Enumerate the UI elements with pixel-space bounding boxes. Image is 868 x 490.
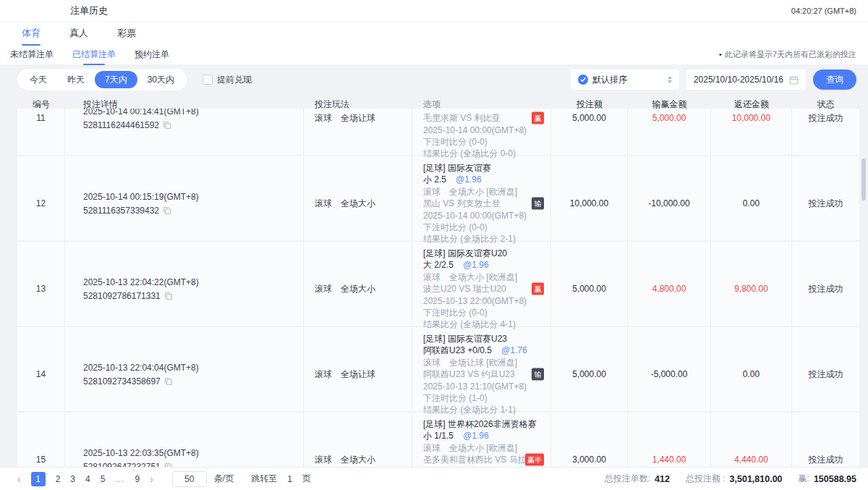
bet-amount: 5,000.00 [551, 327, 628, 422]
bet-time: 2025-10-13 22:03:35(GMT+8) [83, 448, 303, 458]
filter-today[interactable]: 今天 [20, 71, 57, 88]
market: 滚球 全场大小 [欧洲盘] [423, 442, 526, 454]
sub-tabs-row: 未结算注单 已结算注单 预约注单 •此记录将显示7天内所有已派彩的投注 [0, 44, 868, 64]
option-cell: [足球] 国际友谊赛 小 2.5@1.96 滚球 全场大小 [欧洲盘] 黑山 V… [412, 156, 551, 251]
tab-sports[interactable]: 体育 [22, 27, 41, 44]
total-amount-value: 3,501,810.00 [730, 474, 783, 484]
selection: 小 1/1.5 [423, 431, 454, 441]
bet-time: 2025-10-13 22:04:04(GMT+8) [83, 363, 303, 373]
jump-page-value[interactable]: 1 [287, 474, 292, 484]
sort-select[interactable]: 默认排序 [571, 69, 679, 90]
table-row: 13 2025-10-13 22:04:22(GMT+8) 5281092786… [17, 242, 859, 326]
bet-amount: 10,000.00 [551, 156, 628, 251]
page-4[interactable]: 4 [85, 474, 90, 484]
sub-tabs: 未结算注单 已结算注单 预约注单 [0, 48, 169, 61]
top-bar: 注单历史 04:20:27 (GMT+8) [0, 0, 868, 22]
bet-amount: 5,000.00 [551, 242, 628, 337]
market: 滚球 全场让球 [欧洲盘] [423, 357, 526, 368]
next-page-icon[interactable]: › [150, 474, 153, 484]
odds: @1.76 [501, 345, 527, 355]
page-1[interactable]: 1 [31, 472, 46, 486]
selection-line: 阿联酋U23 +0/0.5@1.76 [423, 345, 526, 356]
page-2[interactable]: 2 [56, 474, 61, 484]
tab-lottery[interactable]: 彩票 [117, 27, 136, 44]
match-time: 2025-10-14 00:00(GMT+8) [423, 124, 526, 136]
row-id: 15 [17, 413, 65, 473]
bet-time: 2025-10-13 22:04:22(GMT+8) [83, 277, 303, 287]
return-amount: 0.00 [711, 156, 792, 251]
odds: @1.96 [456, 174, 482, 185]
sort-caret-icon [668, 76, 672, 83]
filter-right-controls: 默认排序 2025/10/10-2025/10/16 查询 [571, 69, 856, 90]
option-cell: [足球] 世界杯2026非洲资格赛 小 1/1.5@1.96 滚球 全场大小 [… [412, 413, 551, 473]
odds: @1.96 [463, 431, 489, 441]
search-button[interactable]: 查询 [813, 69, 856, 90]
match-time: 2025-10-14 00:00(GMT+8) [423, 210, 526, 221]
copy-icon[interactable] [164, 377, 173, 386]
main-tabs: 体育 真人 彩票 [0, 27, 868, 44]
date-range-value: 2025/10/10-2025/10/16 [694, 75, 783, 85]
quick-date-group: 今天 昨天 7天内 30天内 [17, 69, 187, 90]
subtab-unsettled[interactable]: 未结算注单 [10, 48, 54, 61]
filter-yesterday[interactable]: 昨天 [57, 71, 95, 88]
table-body[interactable]: 11 2025-10-14 00:14:41(GMT+8) 5281116244… [0, 109, 868, 473]
scrollbar-thumb[interactable] [861, 159, 866, 200]
copy-icon[interactable] [163, 121, 171, 130]
score-at-bet: 下注时比分 (0-0) [423, 307, 526, 318]
pagination: ‹ 1 2 3 4 5 ... 9 › 条/页 跳转至 1 页 [17, 471, 311, 487]
bet-amount: 3,000.00 [551, 413, 628, 473]
checkbox-icon[interactable] [203, 75, 213, 85]
page-title: 注单历史 [70, 4, 108, 17]
league-name: [足球] 国际友谊赛U20 [423, 248, 526, 259]
filter-30days[interactable]: 30天内 [137, 71, 184, 88]
early-cashout-checkbox[interactable]: 提前兑现 [203, 74, 252, 86]
date-range-picker[interactable]: 2025/10/10-2025/10/16 [686, 69, 806, 90]
page-size-input[interactable] [172, 471, 207, 487]
per-page-label: 条/页 [214, 473, 234, 485]
league-name: [足球] 国际友谊赛 [423, 162, 526, 174]
page-5[interactable]: 5 [101, 474, 106, 484]
row-id: 12 [17, 156, 65, 251]
row-id: 14 [17, 327, 65, 422]
status: 投注成功 [792, 413, 859, 473]
filter-bar: 今天 昨天 7天内 30天内 提前兑现 默认排序 2025/10/10-2025… [17, 69, 856, 90]
play-type: 滚球 全场大小 [304, 156, 412, 251]
return-amount: 9,800.00 [711, 242, 792, 337]
table-row: 12 2025-10-14 00:15:19(GMT+8) 5281116357… [17, 156, 859, 240]
tab-live[interactable]: 真人 [69, 27, 88, 44]
subtab-settled[interactable]: 已结算注单 [72, 48, 116, 61]
total-amount: 总投注额 : 3,501,810.00 [686, 473, 783, 485]
selection: 小 2.5 [423, 174, 446, 185]
prev-page-icon[interactable]: ‹ [17, 474, 21, 484]
status: 投注成功 [792, 327, 859, 422]
filter-7days[interactable]: 7天内 [95, 71, 137, 88]
copy-icon[interactable] [163, 206, 171, 215]
page-9[interactable]: 9 [135, 474, 140, 484]
league-name: [足球] 世界杯2026非洲资格赛 [423, 418, 526, 430]
page-ellipsis: ... [115, 474, 124, 484]
page-3[interactable]: 3 [70, 474, 75, 484]
bet-detail-cell: 2025-10-13 22:03:35(GMT+8) 5281092647232… [65, 413, 304, 473]
total-bets-label: 总投注单数: [605, 473, 650, 485]
page-unit-label: 页 [302, 473, 311, 485]
option-cell: [足球] 国际友谊赛U23 阿联酋U23 +0/0.5@1.76 滚球 全场让球… [412, 327, 551, 422]
bet-time: 2025-10-14 00:14:41(GMT+8) [83, 109, 303, 117]
record-note: •此记录将显示7天内所有已派彩的投注 [719, 49, 856, 60]
result-badge: 输 [532, 368, 544, 381]
result-badge: 输 [532, 198, 544, 210]
row-id: 13 [17, 242, 65, 337]
win-loss-amount: 4,800.00 [628, 242, 711, 337]
subtab-reserved[interactable]: 预约注单 [135, 48, 169, 61]
copy-icon[interactable] [164, 292, 173, 300]
status: 投注成功 [792, 242, 859, 337]
win-loss-amount: -5,000.00 [628, 327, 711, 422]
selection-line: 小 1/1.5@1.96 [423, 430, 526, 442]
bet-number: 5281092786171331 [83, 291, 161, 301]
selection: 阿联酋U23 +0/0.5 [423, 345, 492, 355]
score-at-bet: 下注时比分 (1-0) [423, 392, 526, 404]
win-loss-amount: 1,440.00 [628, 413, 711, 473]
server-time: 04:20:27 (GMT+8) [791, 7, 856, 15]
match-time: 2025-10-13 21:10(GMT+8) [423, 381, 526, 392]
status: 投注成功 [792, 156, 859, 251]
match-teams: 波兰U20 VS 瑞士U20 [423, 283, 526, 295]
